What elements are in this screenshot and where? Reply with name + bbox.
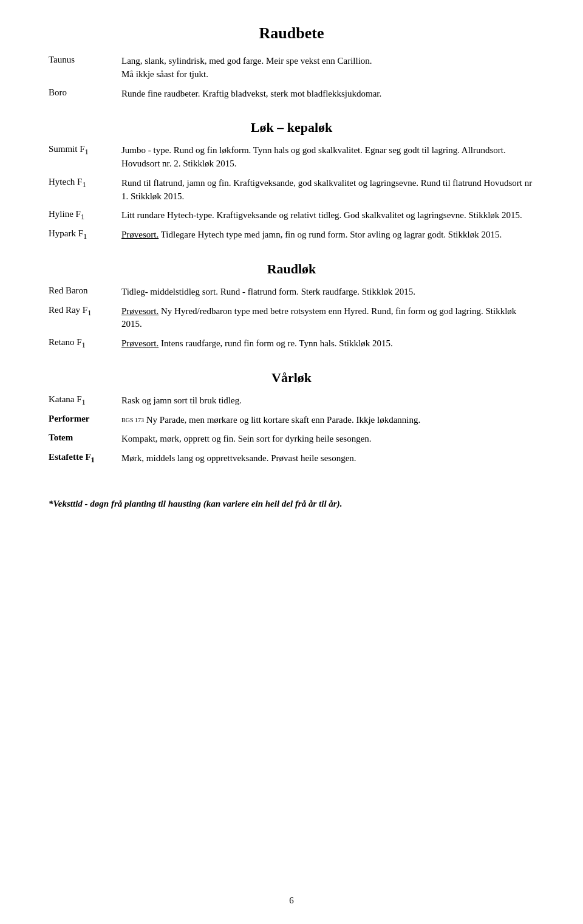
katana-entry: Katana F1 Rask og jamn sort til bruk tid… xyxy=(49,393,534,409)
summit-desc: Jumbo - type. Rund og fin løkform. Tynn … xyxy=(121,143,534,172)
hyline-entry: Hyline F1 Litt rundare Hytech-type. Kraf… xyxy=(49,208,534,224)
hytech-desc: Rund til flatrund, jamn og fin. Kraftigv… xyxy=(121,176,534,205)
hypark-name-cell: Hypark F1 xyxy=(49,227,121,243)
footnote: *Veksttid - døgn frå planting til hausti… xyxy=(49,497,534,511)
raudlok-heading: Raudløk xyxy=(49,261,534,277)
red-ray-entry: Red Ray F1 Prøvesort. Ny Hyred/redbaron … xyxy=(49,304,534,333)
retano-name-cell: Retano F1 xyxy=(49,336,121,352)
performer-name-cell: Performer xyxy=(49,412,121,428)
page-number: 6 xyxy=(289,895,294,906)
boro-entry: Boro Runde fine raudbeter. Kraftig bladv… xyxy=(49,86,534,102)
kepalok-heading: Løk – kepaløk xyxy=(49,120,534,135)
hypark-entry: Hypark F1 Prøvesort. Tidlegare Hytech ty… xyxy=(49,227,534,243)
red-baron-name-cell: Red Baron xyxy=(49,284,121,300)
totem-entry: Totem Kompakt, mørk, opprett og fin. Sei… xyxy=(49,431,534,447)
red-ray-desc: Prøvesort. Ny Hyred/redbaron type med be… xyxy=(121,304,534,333)
main-heading: Raudbete xyxy=(49,24,534,43)
hytech-entry: Hytech F1 Rund til flatrund, jamn og fin… xyxy=(49,176,534,205)
page: Raudbete Taunus Lang, slank, sylindrisk,… xyxy=(0,0,583,924)
performer-desc: BGS 173 Ny Parade, men mørkare og litt k… xyxy=(121,412,534,428)
varlok-heading: Vårløk xyxy=(49,370,534,386)
red-ray-name-cell: Red Ray F1 xyxy=(49,304,121,333)
performer-entry: Performer BGS 173 Ny Parade, men mørkare… xyxy=(49,412,534,428)
red-baron-desc: Tidleg- middelstidleg sort. Rund - flatr… xyxy=(121,284,534,300)
totem-desc: Kompakt, mørk, opprett og fin. Sein sort… xyxy=(121,431,534,447)
boro-desc: Runde fine raudbeter. Kraftig bladvekst,… xyxy=(121,86,534,102)
taunus-entry: Taunus Lang, slank, sylindrisk, med god … xyxy=(49,53,534,83)
hytech-name-cell: Hytech F1 xyxy=(49,176,121,205)
estafette-name-cell: Estafette F1 xyxy=(49,451,121,467)
retano-entry: Retano F1 Prøvesort. Intens raudfarge, r… xyxy=(49,336,534,352)
boro-name-cell: Boro xyxy=(49,86,121,102)
taunus-name-cell: Taunus xyxy=(49,53,121,83)
taunus-desc: Lang, slank, sylindrisk, med god farge. … xyxy=(121,53,534,83)
estafette-desc: Mørk, middels lang og opprettveksande. P… xyxy=(121,451,534,467)
katana-desc: Rask og jamn sort til bruk tidleg. xyxy=(121,393,534,409)
estafette-entry: Estafette F1 Mørk, middels lang og oppre… xyxy=(49,451,534,467)
retano-desc: Prøvesort. Intens raudfarge, rund fin fo… xyxy=(121,336,534,352)
hyline-desc: Litt rundare Hytech-type. Kraftigveksand… xyxy=(121,208,534,224)
hypark-desc: Prøvesort. Tidlegare Hytech type med jam… xyxy=(121,227,534,243)
totem-name-cell: Totem xyxy=(49,431,121,447)
katana-name-cell: Katana F1 xyxy=(49,393,121,409)
hyline-name-cell: Hyline F1 xyxy=(49,208,121,224)
summit-name-cell: Summit F1 xyxy=(49,143,121,172)
red-baron-entry: Red Baron Tidleg- middelstidleg sort. Ru… xyxy=(49,284,534,300)
summit-entry: Summit F1 Jumbo - type. Rund og fin løkf… xyxy=(49,143,534,172)
